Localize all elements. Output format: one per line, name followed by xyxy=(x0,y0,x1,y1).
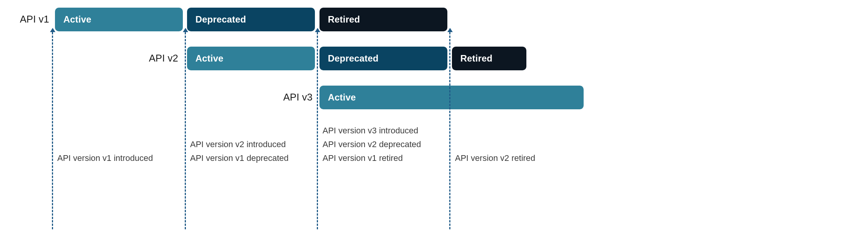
bar-v1-deprecated: Deprecated xyxy=(187,8,315,31)
bar-v2-active: Active xyxy=(187,47,315,70)
bar-v1-active: Active xyxy=(55,8,183,31)
timeline-arrow-2 xyxy=(185,32,186,229)
row-label-api-v2: API v2 xyxy=(149,52,178,64)
bar-v3-active: Active xyxy=(319,86,584,109)
event-caption-3-line-3: API version v1 retired xyxy=(323,151,403,165)
bar-v2-deprecated: Deprecated xyxy=(319,47,447,70)
event-caption-4-line-1: API version v2 retired xyxy=(455,151,535,165)
row-label-api-v3: API v3 xyxy=(283,91,313,103)
event-caption-3-line-2: API version v2 deprecated xyxy=(323,138,421,151)
timeline-arrow-1 xyxy=(52,32,53,229)
row-label-api-v1: API v1 xyxy=(20,13,49,25)
bar-v2-retired: Retired xyxy=(452,47,526,70)
timeline-arrow-3 xyxy=(317,32,318,229)
event-caption-2-line-2: API version v1 deprecated xyxy=(190,151,289,165)
event-caption-3-line-1: API version v3 introduced xyxy=(323,124,418,138)
event-caption-2-line-1: API version v2 introduced xyxy=(190,138,286,151)
timeline-arrow-4 xyxy=(449,32,450,229)
event-caption-1-line-1: API version v1 introduced xyxy=(57,151,153,165)
bar-v1-retired: Retired xyxy=(319,8,447,31)
